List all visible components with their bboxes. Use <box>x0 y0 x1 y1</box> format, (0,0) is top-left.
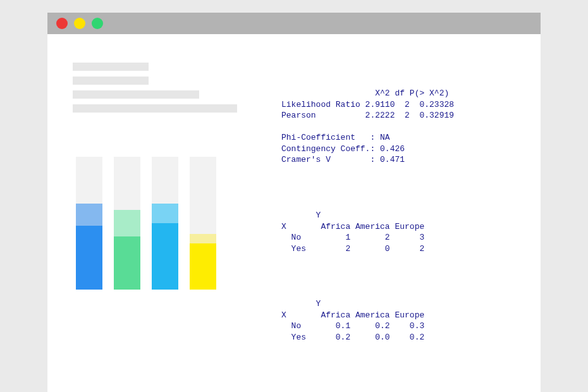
placeholder-line <box>73 77 149 85</box>
table-row: No 0.1 0.2 0.3 <box>281 321 424 331</box>
table-row: Yes 0.2 0.0 0.2 <box>281 333 424 342</box>
stats-phi: Phi-Coefficient : NA <box>281 133 390 142</box>
chart-segment-lower <box>76 226 102 290</box>
chart-bar <box>76 157 102 290</box>
count-table-block: Y X Africa America Europe No 1 2 3 Yes 2… <box>281 210 522 254</box>
app-window: X^2 df P(> X^2) Likelihood Ratio 2.9110 … <box>47 13 541 392</box>
content-pane: X^2 df P(> X^2) Likelihood Ratio 2.9110 … <box>47 34 541 392</box>
chart-bar <box>190 157 216 290</box>
placeholder-line <box>73 104 237 113</box>
placeholder-line <box>73 63 149 71</box>
chart-segment-upper <box>152 204 178 224</box>
table-row: Y <box>281 211 321 220</box>
placeholder-text-block <box>73 63 269 113</box>
chart-segment-lower <box>190 243 216 290</box>
stats-pearson: Pearson 2.2222 2 0.32919 <box>281 111 454 120</box>
chart-segment-lower <box>114 236 140 290</box>
chart-segment-upper <box>114 210 140 236</box>
stats-output-block: X^2 df P(> X^2) Likelihood Ratio 2.9110 … <box>281 88 522 166</box>
chart-bar <box>152 157 178 290</box>
console-output: X^2 df P(> X^2) Likelihood Ratio 2.9110 … <box>281 63 522 388</box>
close-icon[interactable] <box>56 18 68 29</box>
left-column <box>73 63 269 388</box>
minimize-icon[interactable] <box>74 18 85 29</box>
table-row: Y <box>281 299 321 309</box>
stats-contingency: Contingency Coeff.: 0.426 <box>281 144 405 154</box>
stacked-bar-chart <box>73 157 269 290</box>
table-row: No 1 2 3 <box>281 233 424 242</box>
placeholder-line <box>73 90 199 99</box>
maximize-icon[interactable] <box>92 18 103 29</box>
table-row: X Africa America Europe <box>281 222 424 231</box>
table-row: Yes 2 0 2 <box>281 244 424 254</box>
prop-table-block: Y X Africa America Europe No 0.1 0.2 0.3… <box>281 298 522 343</box>
titlebar <box>47 13 541 34</box>
chart-bar <box>114 157 140 290</box>
table-row: X Africa America Europe <box>281 310 424 320</box>
stats-cramer: Cramer's V : 0.471 <box>281 155 405 164</box>
chart-segment-upper <box>190 234 216 243</box>
stats-lr: Likelihood Ratio 2.9110 2 0.23328 <box>281 100 454 109</box>
stats-header: X^2 df P(> X^2) <box>281 89 449 98</box>
chart-segment-upper <box>76 204 102 226</box>
chart-segment-lower <box>152 223 178 290</box>
